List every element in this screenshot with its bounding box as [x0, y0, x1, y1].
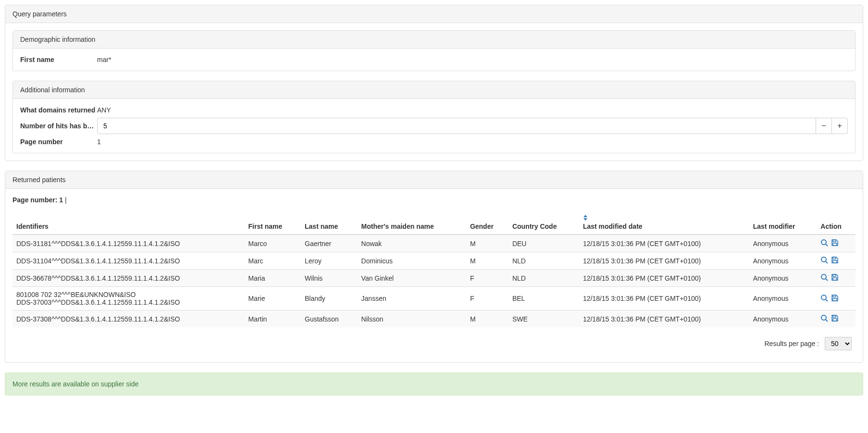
cell-action	[817, 252, 856, 270]
more-results-alert: More results are available on supplier s…	[5, 372, 863, 396]
col-last-modified[interactable]: Last modified date	[579, 211, 749, 235]
svg-rect-19	[833, 319, 837, 321]
results-per-page-label: Results per page :	[764, 340, 819, 347]
cell-last-modifier: Anonymous	[749, 235, 817, 252]
hits-input[interactable]	[97, 118, 816, 134]
cell-maiden-name: Dominicus	[358, 252, 466, 270]
col-last-modifier[interactable]: Last modifier	[749, 211, 817, 235]
results-per-page-select[interactable]: 50	[825, 337, 852, 350]
svg-point-12	[821, 295, 826, 300]
cell-gender: M	[466, 310, 508, 328]
svg-rect-6	[833, 257, 836, 259]
hits-increment-button[interactable]: +	[831, 118, 848, 134]
view-button[interactable]	[820, 239, 828, 248]
view-button[interactable]	[820, 294, 828, 303]
cell-gender: F	[466, 287, 508, 310]
domains-value: ANY	[97, 106, 848, 114]
hits-decrement-button[interactable]: −	[816, 118, 832, 134]
hits-row: Number of hits has bee… − +	[20, 118, 848, 134]
save-button[interactable]	[831, 294, 839, 303]
identifier-value: DDS-37308^^^DDS&1.3.6.1.4.1.12559.11.1.4…	[16, 315, 241, 323]
query-parameters-panel: Query parameters Demographic information…	[5, 5, 863, 161]
col-country[interactable]: Country Code	[508, 211, 579, 235]
first-name-value: mar*	[97, 56, 848, 63]
col-gender[interactable]: Gender	[466, 211, 508, 235]
svg-line-17	[826, 320, 828, 322]
save-icon	[831, 239, 839, 248]
page-number-value: 1	[59, 196, 63, 204]
cell-last-modifier: Anonymous	[749, 270, 817, 287]
patients-table: Identifiers First name Last name Mother'…	[12, 211, 856, 327]
save-button[interactable]	[831, 273, 839, 283]
table-row: 801008 702 32^^^BE&UNKNOWN&ISODDS-37003^…	[12, 287, 856, 310]
results-per-page: Results per page : 50	[12, 327, 856, 355]
domains-label: What domains returned	[20, 106, 97, 114]
cell-maiden-name: Van Ginkel	[358, 270, 466, 287]
cell-identifiers: DDS-36678^^^DDS&1.3.6.1.4.1.12559.11.1.4…	[12, 270, 245, 287]
identifier-value: DDS-31104^^^DDS&1.3.6.1.4.1.12559.11.1.4…	[16, 257, 241, 265]
svg-line-13	[826, 299, 828, 301]
save-icon	[831, 314, 839, 323]
svg-point-0	[821, 240, 826, 245]
cell-country: BEL	[508, 287, 579, 310]
save-button[interactable]	[831, 314, 839, 323]
cell-last-modifier: Anonymous	[749, 252, 817, 270]
cell-last-modified: 12/18/15 3:01:36 PM (CET GMT+0100)	[579, 235, 749, 252]
table-row: DDS-31104^^^DDS&1.3.6.1.4.1.12559.11.1.4…	[12, 252, 856, 270]
table-row: DDS-37308^^^DDS&1.3.6.1.4.1.12559.11.1.4…	[12, 310, 856, 328]
cell-last-modifier: Anonymous	[749, 310, 817, 328]
save-icon	[831, 273, 839, 283]
search-icon	[820, 256, 828, 265]
identifier-value: DDS-37003^^^DDS&1.3.6.1.4.1.12559.11.1.4…	[16, 298, 241, 306]
col-maiden-name[interactable]: Mother's maiden name	[358, 211, 466, 235]
identifier-value: DDS-31181^^^DDS&1.3.6.1.4.1.12559.11.1.4…	[16, 240, 241, 247]
svg-line-5	[826, 261, 828, 263]
save-button[interactable]	[831, 239, 839, 248]
page-number-label: Page number:	[12, 196, 57, 204]
cell-last-modified: 12/18/15 3:01:36 PM (CET GMT+0100)	[579, 270, 749, 287]
table-row: DDS-36678^^^DDS&1.3.6.1.4.1.12559.11.1.4…	[12, 270, 856, 287]
cell-maiden-name: Nilsson	[358, 310, 466, 328]
query-parameters-title: Query parameters	[5, 5, 863, 23]
first-name-label: First name	[20, 56, 97, 63]
save-button[interactable]	[831, 256, 839, 265]
search-icon	[820, 294, 828, 303]
svg-rect-11	[833, 278, 837, 280]
col-first-name[interactable]: First name	[245, 211, 301, 235]
col-identifiers[interactable]: Identifiers	[12, 211, 245, 235]
hits-label: Number of hits has bee…	[20, 122, 97, 130]
domains-row: What domains returned ANY	[20, 106, 848, 114]
cell-identifiers: DDS-31181^^^DDS&1.3.6.1.4.1.12559.11.1.4…	[12, 235, 245, 252]
search-icon	[820, 273, 828, 283]
additional-title: Additional information	[13, 81, 855, 99]
cell-maiden-name: Nowak	[358, 235, 466, 252]
svg-rect-3	[833, 243, 837, 246]
view-button[interactable]	[820, 314, 828, 323]
view-button[interactable]	[820, 256, 828, 265]
hits-stepper: − +	[97, 118, 848, 134]
svg-point-4	[821, 257, 826, 262]
svg-rect-14	[833, 295, 836, 297]
cell-gender: M	[466, 252, 508, 270]
page-value: 1	[97, 138, 848, 146]
svg-rect-15	[833, 298, 837, 301]
demographic-title: Demographic information	[13, 31, 855, 49]
cell-last-name: Gustafsson	[301, 310, 358, 328]
col-last-name[interactable]: Last name	[301, 211, 358, 235]
search-icon	[820, 314, 828, 323]
view-button[interactable]	[820, 273, 828, 283]
svg-rect-7	[833, 260, 837, 263]
cell-country: NLD	[508, 252, 579, 270]
cell-last-name: Gaertner	[301, 235, 358, 252]
sort-icon	[583, 215, 745, 222]
cell-last-modifier: Anonymous	[749, 287, 817, 310]
identifier-value: DDS-36678^^^DDS&1.3.6.1.4.1.12559.11.1.4…	[16, 274, 241, 282]
svg-line-9	[826, 279, 828, 281]
cell-country: NLD	[508, 270, 579, 287]
first-name-row: First name mar*	[20, 56, 848, 63]
cell-last-modified: 12/18/15 3:01:36 PM (CET GMT+0100)	[579, 310, 749, 328]
cell-country: DEU	[508, 235, 579, 252]
page-label: Page number	[20, 138, 97, 146]
cell-first-name: Marco	[245, 235, 301, 252]
returned-patients-title: Returned patients	[5, 171, 863, 189]
